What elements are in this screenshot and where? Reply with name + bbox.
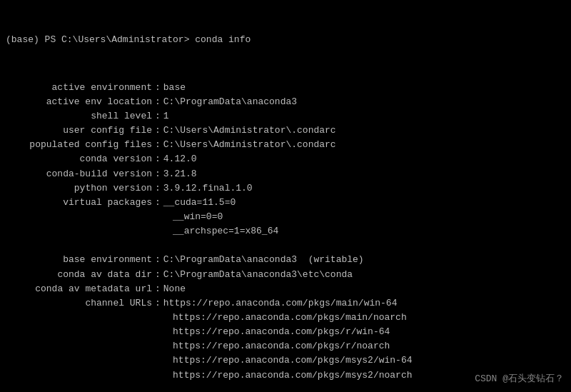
- row-sep: :: [155, 125, 161, 136]
- row-sep: :: [155, 96, 161, 107]
- row-key: python version: [6, 181, 152, 196]
- row-sep: :: [155, 154, 161, 164]
- row-val: base: [163, 82, 186, 93]
- row-val: C:\ProgramData\anaconda3: [163, 96, 297, 107]
- output-row: https://repo.anaconda.com/pkgs/r/noarch: [6, 339, 565, 353]
- output-row: conda av data dir:C:\ProgramData\anacond…: [6, 268, 565, 282]
- row-sep: :: [155, 269, 161, 280]
- row-val: 3.9.12.final.1.0: [163, 183, 253, 194]
- watermark: CSDN @石头变钻石？: [475, 372, 564, 385]
- row-val: C:\ProgramData\anaconda3 (writable): [163, 254, 364, 265]
- terminal: (base) PS C:\Users\Administrator> conda …: [0, 0, 571, 66]
- row-sep: :: [155, 183, 161, 194]
- output-row: shell level:1: [6, 109, 565, 124]
- output-row: base environment:C:\ProgramData\anaconda…: [6, 253, 565, 267]
- row-key: conda version: [6, 152, 152, 166]
- row-key: conda av data dir: [6, 268, 152, 282]
- output-row: user config file:C:\Users\Administrator\…: [6, 124, 565, 138]
- row-sep: :: [155, 298, 161, 308]
- row-sep: :: [155, 197, 161, 208]
- output-row: __archspec=1=x86_64: [6, 224, 565, 238]
- row-key: active env location: [6, 95, 152, 109]
- row-key: conda av metadata url: [6, 282, 152, 296]
- output-row: https://repo.anaconda.com/pkgs/main/noar…: [6, 311, 565, 325]
- output-row: __win=0=0: [6, 210, 565, 224]
- row-val: https://repo.anaconda.com/pkgs/main/win-…: [163, 298, 398, 308]
- output-row: active environment:base: [6, 81, 565, 95]
- output-row: https://repo.anaconda.com/pkgs/msys2/win…: [6, 353, 565, 368]
- row-key: virtual packages: [6, 196, 152, 210]
- output-row: [6, 238, 565, 253]
- row-val: C:\Users\Administrator\.condarc: [163, 139, 336, 150]
- row-sep: :: [155, 283, 161, 294]
- output-row: conda av metadata url:None: [6, 282, 565, 296]
- output-row: [6, 66, 565, 81]
- row-sep: :: [155, 82, 161, 93]
- prompt-line: (base) PS C:\Users\Administrator> conda …: [6, 33, 565, 47]
- output-row: virtual packages:__cuda=11.5=0: [6, 196, 565, 210]
- row-key: channel URLs: [6, 296, 152, 311]
- row-sep: :: [155, 254, 161, 265]
- row-key: active environment: [6, 81, 152, 95]
- output-row: conda-build version:3.21.8: [6, 167, 565, 181]
- row-key: base environment: [6, 253, 152, 267]
- row-key: populated config files: [6, 138, 152, 152]
- output-row: python version:3.9.12.final.1.0: [6, 181, 565, 196]
- output-row: channel URLs:https://repo.anaconda.com/p…: [6, 296, 565, 311]
- row-val: 4.12.0: [163, 154, 197, 164]
- row-sep: :: [155, 139, 161, 150]
- output-row: https://repo.anaconda.com/pkgs/r/win-64: [6, 325, 565, 339]
- row-val: 3.21.8: [163, 169, 197, 179]
- row-val: None: [163, 283, 186, 294]
- output-row: active env location:C:\ProgramData\anaco…: [6, 95, 565, 109]
- output-row: populated config files:C:\Users\Administ…: [6, 138, 565, 152]
- output-container: active environment:baseactive env locati…: [0, 66, 571, 392]
- row-sep: :: [155, 111, 161, 121]
- row-val: __cuda=11.5=0: [163, 197, 236, 208]
- row-key: conda-build version: [6, 167, 152, 181]
- output-row: conda version:4.12.0: [6, 152, 565, 166]
- row-val: C:\Users\Administrator\.condarc: [163, 125, 336, 136]
- row-val: 1: [163, 111, 169, 121]
- row-val: C:\ProgramData\anaconda3\etc\conda: [163, 269, 353, 280]
- row-key: shell level: [6, 109, 152, 124]
- row-key: user config file: [6, 124, 152, 138]
- row-sep: :: [155, 169, 161, 179]
